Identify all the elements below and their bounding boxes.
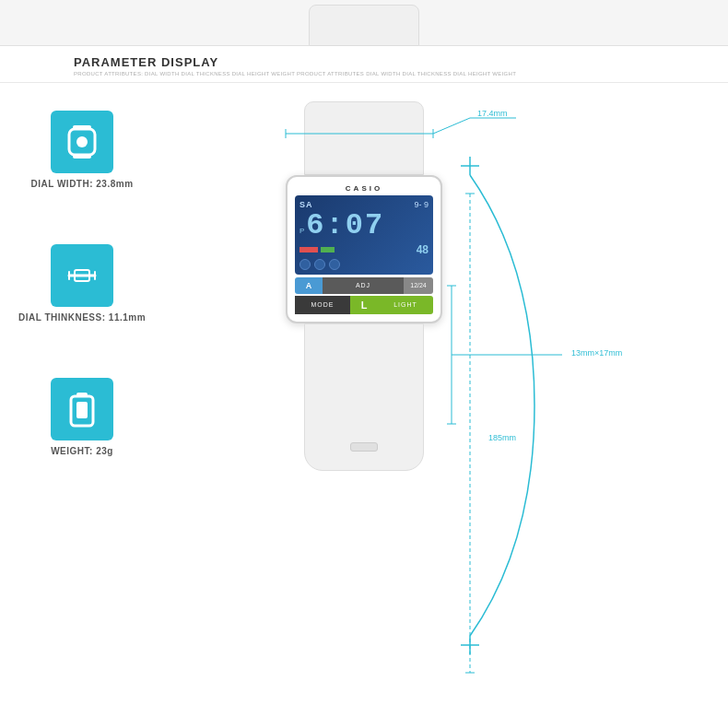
parameter-header: PARAMETER DISPLAY PRODUCT ATTRIBUTES: DI… [0,46,728,83]
btn-mode[interactable]: MODE [295,296,350,314]
dial-thickness-label: DIAL THINKNESS: 11.1mm [18,312,146,323]
band-buckle [350,442,378,452]
dial-thickness-icon [62,255,102,296]
watch-band-top [304,101,424,175]
screen-time: 6:07 [306,211,384,241]
weight-label: WEIGHT: 23g [51,446,113,456]
top-section [0,0,728,46]
watch-button-row-2: MODE L LIGHT [295,296,433,314]
screen-date: 9- 9 [414,200,429,209]
svg-rect-3 [73,155,91,159]
btn-l[interactable]: L [350,296,378,314]
bar-red [299,247,318,252]
btn-light[interactable]: LIGHT [378,296,433,314]
watch-brand: CASIO [295,184,433,193]
weight-icon-box [51,378,113,440]
bar-green [321,247,335,252]
btn-1224[interactable]: 12/24 [404,277,433,294]
section-title: PARAMETER DISPLAY [74,55,654,69]
dial-thickness-icon-box [51,244,113,307]
watch-screen: SA 9- 9 P 6:07 48 [295,195,433,275]
btn-a[interactable]: A [295,277,323,294]
dim-side-value: 13mm×17mm [571,348,622,358]
dot-3 [329,259,340,270]
weight-icon [62,389,102,429]
spec-dial-width: DIAL WIDTH: 23.8mm [18,111,146,189]
main-content: DIAL WIDTH: 23.8mm DIAL THINKNESS: 11.1m… [0,83,728,714]
dot-1 [299,259,311,270]
dot-2 [314,259,325,270]
svg-point-2 [76,136,88,147]
spec-weight: WEIGHT: 23g [18,378,146,456]
p-indicator: P [299,227,304,235]
watch-top-image [309,5,419,46]
watch-container: CASIO SA 9- 9 P 6:07 48 [258,101,470,471]
dim-width-value: 17.4mm [477,109,508,118]
dim-band-value: 185mm [488,433,516,442]
dial-width-label: DIAL WIDTH: 23.8mm [31,179,134,189]
spec-dial-thickness: DIAL THINKNESS: 11.1mm [18,244,146,323]
dial-width-icon-box [51,111,113,173]
watch-band-bottom [304,323,424,471]
screen-seconds: 48 [417,243,429,256]
screen-dots [299,259,429,270]
section-subtitle: PRODUCT ATTRIBUTES: DIAL WIDTH DIAL THIC… [74,71,654,78]
watch-case: CASIO SA 9- 9 P 6:07 48 [286,175,442,323]
svg-rect-10 [76,402,88,418]
dial-width-icon [62,122,102,162]
btn-adj[interactable]: ADJ [323,277,404,294]
left-specs: DIAL WIDTH: 23.8mm DIAL THINKNESS: 11.1m… [18,111,146,456]
watch-button-row-1: A ADJ 12/24 [295,277,433,294]
